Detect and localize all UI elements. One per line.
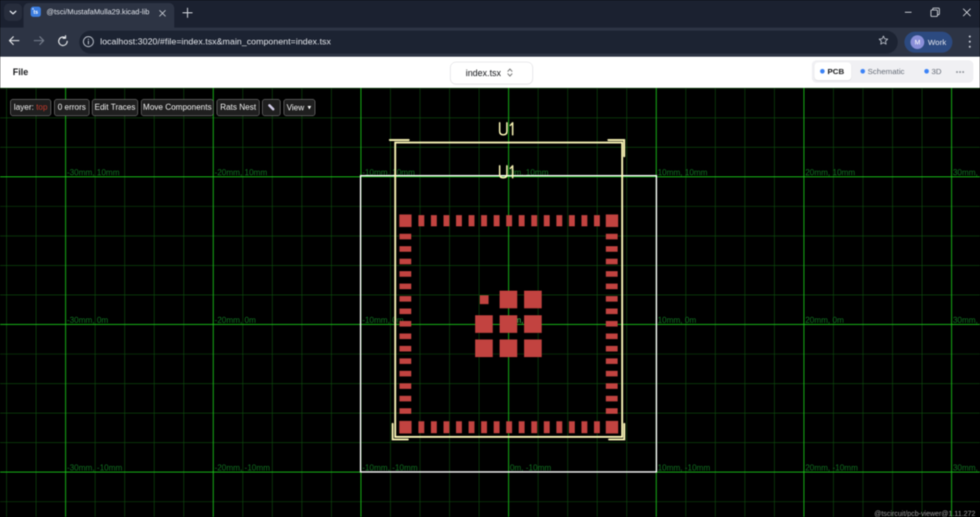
svg-text:20mm, 10mm: 20mm, 10mm: [805, 168, 855, 177]
svg-text:0m, -10mm: 0m, -10mm: [510, 463, 551, 472]
svg-text:-30mm, -10mm: -30mm, -10mm: [67, 463, 122, 472]
svg-text:-30mm, 0m: -30mm, 0m: [67, 316, 108, 324]
svg-text:@tscircuit/pcb-viewer@1.11.272: @tscircuit/pcb-viewer@1.11.272: [874, 510, 975, 517]
svg-text:30mm, -10mm: 30mm, -10mm: [953, 463, 980, 472]
svg-text:10mm, -10mm: 10mm, -10mm: [658, 463, 710, 472]
svg-text:-20mm, -10mm: -20mm, -10mm: [215, 463, 270, 472]
svg-text:30mm, 0m: 30mm, 0m: [953, 316, 980, 324]
svg-text:-30mm, 10mm: -30mm, 10mm: [67, 168, 120, 177]
svg-text:-10mm, -10mm: -10mm, -10mm: [362, 463, 417, 472]
svg-text:20mm, -10mm: 20mm, -10mm: [805, 463, 858, 472]
svg-text:-20mm, 10mm: -20mm, 10mm: [215, 168, 267, 177]
svg-text:-20mm, 0m: -20mm, 0m: [215, 316, 256, 324]
svg-text:30mm, 10mm: 30mm, 10mm: [953, 168, 980, 177]
svg-text:20mm, 0m: 20mm, 0m: [805, 316, 844, 324]
svg-text:10mm, 0m: 10mm, 0m: [658, 316, 696, 324]
svg-text:10mm, 10mm: 10mm, 10mm: [658, 168, 708, 177]
svg-text:-10mm, 0m: -10mm, 0m: [362, 316, 404, 324]
